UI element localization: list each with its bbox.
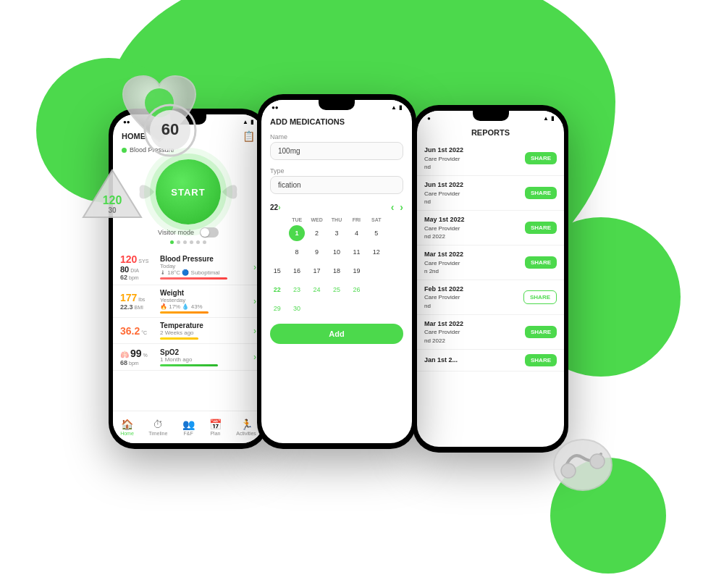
spo2-unit: %: [143, 353, 148, 358]
cal-day-2[interactable]: 2: [309, 225, 325, 241]
cal-day-8[interactable]: 8: [289, 244, 305, 260]
name-label: Name: [261, 130, 412, 142]
cal-day-5[interactable]: 5: [369, 225, 384, 241]
temp-time: 2 Weeks ago: [160, 329, 256, 336]
nav-home[interactable]: 🏠 Home: [120, 419, 134, 436]
cal-day-23[interactable]: 23: [289, 282, 305, 298]
plan-nav-label: Plan: [210, 431, 220, 436]
phone-medications: ●● ▲ ▮ ADD MEDICATIONS Name 100mg Type f…: [257, 94, 416, 449]
cal-day-16[interactable]: 16: [289, 263, 305, 279]
metric-spo2[interactable]: 🫁 99 % 68 bpm SpO2 1 Month ago: [113, 344, 264, 371]
temp-chevron-icon: ›: [253, 326, 256, 336]
cal-day-25[interactable]: 25: [329, 282, 345, 298]
report-date-2: Jun 1st 2022: [424, 180, 463, 190]
notes-icon: 📋: [243, 130, 255, 142]
finger-icon: 🫁: [120, 350, 129, 358]
bp-detail: 🌡 18°C 🔵 Suboptimal: [160, 269, 256, 276]
report-sub2-3: nd 2022: [424, 232, 465, 240]
nav-ff[interactable]: 👥 F&F: [182, 419, 195, 436]
report-item-6: Mar 1st 2022 Care Provider nd 2022 SHARE: [417, 315, 564, 350]
weight-values: 177 lbs 22.3 BMI: [120, 292, 160, 311]
nav-activities[interactable]: 🏃 Activities: [236, 419, 256, 436]
bp-values: 120 SYS 80 DIA 62 bpm: [120, 253, 160, 281]
cal-day-19[interactable]: 19: [348, 263, 364, 279]
cal-prev-icon[interactable]: ‹: [391, 201, 395, 213]
cal-row-3: 15 16 17 18 19: [267, 261, 406, 280]
cal-day-9[interactable]: 9: [309, 244, 325, 260]
report-date-4: Mar 1st 2022: [424, 250, 463, 259]
metric-temperature[interactable]: 36.2 °C Temperature 2 Weeks ago ›: [113, 318, 264, 344]
cal-day-15[interactable]: 15: [269, 263, 285, 279]
muscle-icon: [547, 429, 619, 501]
ff-nav-label: F&F: [184, 431, 193, 436]
signal-icon-med: ●●: [272, 104, 279, 111]
cal-day-12[interactable]: 12: [369, 244, 384, 260]
temp-value: 36.2: [120, 325, 140, 337]
bp-dia-unit: DIA: [130, 268, 139, 273]
share-button-4[interactable]: SHARE: [525, 256, 557, 269]
weight-unit: lbs: [138, 297, 145, 302]
home-nav-label: Home: [120, 431, 134, 436]
start-button[interactable]: START: [156, 159, 221, 224]
report-item-7: Jan 1st 2... SHARE: [417, 350, 564, 371]
type-input[interactable]: fication: [270, 176, 403, 194]
cal-day-26[interactable]: 26: [348, 282, 364, 298]
dot-3: [183, 240, 187, 244]
nav-timeline[interactable]: ⏱ Timeline: [148, 419, 167, 436]
metric-blood-pressure[interactable]: 120 SYS 80 DIA 62 bpm Blood Pre: [113, 250, 264, 285]
visitor-mode-toggle[interactable]: [200, 227, 219, 238]
temp-title: Temperature: [160, 322, 256, 329]
spo2-bar: [160, 364, 218, 366]
share-button-1[interactable]: SHARE: [525, 152, 557, 164]
report-info-6: Mar 1st 2022 Care Provider nd 2022: [424, 319, 463, 345]
day-header-thu: THU: [327, 217, 346, 222]
nav-plan[interactable]: 📅 Plan: [209, 419, 222, 436]
temp-unit: °C: [141, 330, 147, 335]
report-sub2-1: nd: [424, 163, 463, 171]
wifi-icon: ▲: [243, 119, 248, 125]
cal-next-icon[interactable]: ›: [400, 201, 403, 213]
report-sub-1: Care Provider: [424, 155, 463, 163]
bottom-nav: 🏠 Home ⏱ Timeline 👥 F&F 📅 Plan 🏃 A: [113, 411, 264, 443]
dot-2: [177, 240, 180, 244]
share-button-5[interactable]: SHARE: [523, 290, 557, 304]
cal-day-3[interactable]: 3: [329, 225, 345, 241]
battery-icon-med: ▮: [399, 104, 402, 111]
report-sub-6: Care Provider: [424, 328, 463, 336]
phone-reports-screen: ● ▲ ▮ REPORTS Jun 1st 2022 Care Provider…: [417, 111, 564, 447]
cal-cell-empty: [387, 282, 406, 298]
cal-day-30[interactable]: 30: [289, 301, 305, 316]
cal-day-18[interactable]: 18: [329, 263, 345, 279]
cal-day-1[interactable]: 1: [289, 225, 305, 241]
cal-cell: [267, 244, 287, 260]
visitor-mode-row: Visitor mode: [158, 224, 219, 239]
report-sub2-6: nd 2022: [424, 337, 463, 345]
notch-med: [319, 100, 355, 110]
day-header-fri: FRI: [347, 217, 366, 222]
bp-title: Blood Pressure: [160, 255, 256, 263]
svg-point-8: [561, 463, 576, 478]
timeline-nav-icon: ⏱: [153, 419, 163, 430]
report-info-3: May 1st 2022 Care Provider nd 2022: [424, 215, 465, 240]
name-input[interactable]: 100mg: [270, 142, 403, 160]
cal-row-1: 1 2 3 4 5: [267, 224, 406, 243]
share-button-3[interactable]: SHARE: [525, 222, 557, 234]
share-button-6[interactable]: SHARE: [525, 326, 557, 338]
cal-day-10[interactable]: 10: [329, 244, 345, 260]
cal-day-29[interactable]: 29: [269, 301, 285, 316]
add-medication-button[interactable]: Add: [270, 324, 403, 344]
report-sub2-4: n 2nd: [424, 267, 463, 275]
share-button-2[interactable]: SHARE: [525, 187, 557, 199]
weight-time: Yesterday: [160, 297, 256, 303]
cal-day-4[interactable]: 4: [348, 225, 364, 241]
right-wing-icon: [221, 170, 243, 214]
start-label: START: [171, 187, 205, 198]
cal-cell-empty: [387, 225, 406, 241]
cal-day-24[interactable]: 24: [309, 282, 325, 298]
cal-cell-empty: [366, 263, 386, 279]
metric-weight[interactable]: 177 lbs 22.3 BMI Weight Yesterday 🔥 17% …: [113, 285, 264, 318]
share-button-7[interactable]: SHARE: [525, 354, 557, 366]
cal-day-22[interactable]: 22: [269, 282, 285, 298]
cal-day-11[interactable]: 11: [348, 244, 364, 260]
cal-day-17[interactable]: 17: [309, 263, 325, 279]
